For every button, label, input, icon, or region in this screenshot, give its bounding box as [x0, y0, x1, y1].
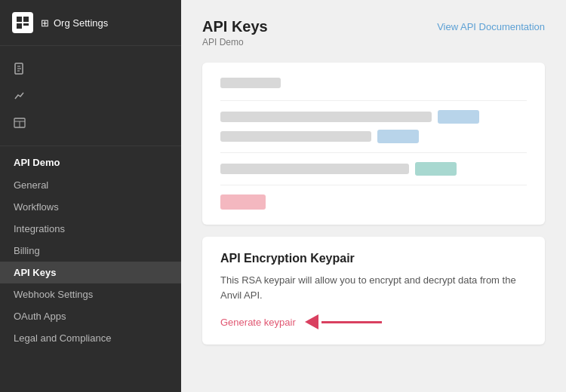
sidebar-item-oauth-apps[interactable]: OAuth Apps	[0, 305, 181, 327]
api-key-row-3	[220, 162, 527, 185]
arrow-indicator	[305, 314, 382, 329]
table-icon-item[interactable]	[0, 109, 181, 136]
arrow-line	[321, 321, 382, 323]
generate-keypair-link[interactable]: Generate keypair	[220, 317, 296, 328]
api-keys-card	[202, 63, 545, 225]
org-settings-text: Org Settings	[54, 17, 108, 29]
sidebar-header: ⊞ Org Settings	[0, 0, 181, 46]
sidebar-item-integrations[interactable]: Integrations	[0, 218, 181, 240]
blurred-chip-blue-2	[377, 130, 419, 143]
blurred-bar-2a	[220, 112, 432, 122]
arrow-head-icon	[305, 314, 318, 329]
sidebar-item-legal-compliance[interactable]: Legal and Compliance	[0, 327, 181, 349]
blurred-chip-blue-1	[438, 110, 479, 124]
sidebar-item-billing[interactable]: Billing	[0, 240, 181, 262]
page-header: API Keys API Demo View API Documentation	[202, 18, 545, 47]
page-title: API Keys	[202, 18, 268, 35]
encryption-card-title: API Encryption Keypair	[220, 252, 527, 265]
org-settings-icon: ⊞	[41, 17, 49, 29]
view-api-docs-link[interactable]: View API Documentation	[437, 18, 545, 32]
sidebar-item-api-keys[interactable]: API Keys	[0, 262, 181, 283]
sidebar-item-webhook-settings[interactable]: Webhook Settings	[0, 283, 181, 305]
org-settings-label[interactable]: ⊞ Org Settings	[41, 17, 108, 29]
blurred-bar-2b	[220, 131, 371, 142]
blurred-chip-pink	[220, 194, 266, 210]
main-content: API Keys API Demo View API Documentation	[181, 0, 566, 392]
section-title: API Demo	[0, 146, 181, 173]
sidebar: ⊞ Org Settings API Demo	[0, 0, 181, 392]
svg-rect-1	[23, 17, 29, 22]
app-logo	[12, 12, 33, 33]
blurred-bar-1	[220, 78, 281, 88]
api-key-row-4	[220, 194, 527, 210]
sidebar-item-workflows[interactable]: Workflows	[0, 196, 181, 218]
sidebar-icon-group	[0, 46, 181, 146]
api-key-row-2	[220, 100, 527, 153]
blurred-bar-3a	[220, 164, 409, 174]
encryption-card-description: This RSA keypair will allow you to encry…	[220, 273, 527, 302]
page-subtitle: API Demo	[202, 37, 268, 47]
svg-rect-0	[17, 17, 22, 22]
svg-rect-2	[17, 23, 22, 29]
encryption-keypair-card: API Encryption Keypair This RSA keypair …	[202, 237, 545, 345]
sidebar-nav: General Workflows Integrations Billing A…	[0, 173, 181, 351]
svg-rect-3	[23, 23, 29, 26]
blurred-chip-teal	[415, 162, 457, 176]
chart-icon-item[interactable]	[0, 82, 181, 109]
page-title-group: API Keys API Demo	[202, 18, 268, 47]
docs-icon-item[interactable]	[0, 55, 181, 82]
sidebar-item-general[interactable]: General	[0, 174, 181, 196]
